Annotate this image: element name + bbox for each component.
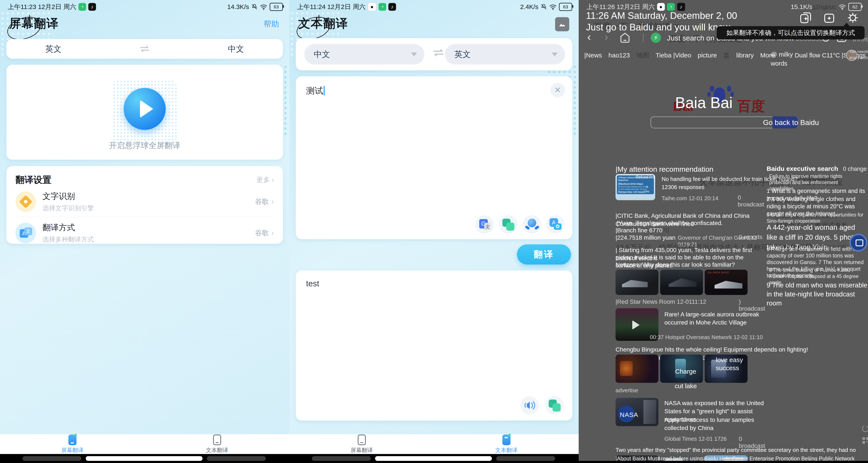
green-app-icon: ◔ bbox=[667, 3, 675, 11]
google-translate-icon[interactable]: G 文 bbox=[475, 215, 494, 234]
link-hao123[interactable]: hao123 bbox=[609, 52, 630, 59]
ad-image[interactable] bbox=[616, 354, 658, 383]
chevron-right-icon: › bbox=[271, 228, 274, 238]
green-app-icon: ◔ bbox=[79, 3, 86, 11]
swap-languages-icon[interactable] bbox=[139, 45, 150, 53]
word-lookup-icon[interactable] bbox=[523, 215, 541, 234]
tab-screen-translate[interactable]: 屏幕翻译 bbox=[0, 434, 145, 454]
battery-indicator: 63 bbox=[270, 3, 283, 11]
bottom-tab-bar: 屏幕翻译 文本翻译 bbox=[289, 434, 579, 454]
text-translate-icon bbox=[502, 434, 510, 445]
baidu-nav-links: |Newshao123地图Tieba |Videopicture盘library… bbox=[584, 51, 781, 60]
image-translate-button[interactable] bbox=[555, 17, 569, 31]
copy-translate-icon[interactable] bbox=[499, 215, 517, 234]
dropdown-arrow-icon bbox=[552, 53, 558, 56]
text-translate-app: 上午11:24 12月2日 周六 ● ◔ ♪ 2.4K/s 63 文本翻译 中文 bbox=[289, 0, 579, 463]
system-nav-bar[interactable] bbox=[289, 454, 579, 463]
floating-translate-ball[interactable] bbox=[849, 234, 867, 252]
news-thumbnail[interactable]: NASA bbox=[616, 398, 658, 426]
username-line1: Yan needs to be bbox=[849, 49, 868, 54]
news-stat: ) broadcast bbox=[739, 298, 765, 312]
divider bbox=[643, 33, 644, 42]
page-title: 文本翻译 bbox=[298, 16, 348, 32]
language-dropdown-card: 中文 英文 bbox=[296, 38, 572, 70]
tab-text-translate[interactable]: 文本翻译 bbox=[434, 434, 579, 454]
link-tieba-video[interactable]: Tieba |Video bbox=[656, 52, 691, 59]
translation-settings-card: 翻译设置 更多 › 文字识别 选择文字识别引擎 谷歌› A文 翻译方式 选择多种… bbox=[6, 166, 283, 244]
news-thumbnail[interactable]: | Please refund the time before departur… bbox=[616, 174, 655, 200]
setting-translate-engine[interactable]: A文 翻译方式 选择多种翻译方式 谷歌› bbox=[16, 219, 274, 247]
home-icon[interactable] bbox=[619, 32, 630, 43]
swap-languages-icon[interactable] bbox=[432, 49, 445, 57]
link-news[interactable]: |News bbox=[584, 52, 602, 59]
news-line[interactable]: |224.7518 million yuan bbox=[616, 234, 676, 242]
link-library[interactable]: library bbox=[736, 52, 754, 59]
target-language[interactable]: 中文 bbox=[228, 43, 244, 55]
speak-result-icon[interactable] bbox=[520, 396, 539, 414]
text-cursor bbox=[323, 86, 325, 95]
tab-text-translate[interactable]: 文本翻译 bbox=[145, 434, 289, 454]
link-picture[interactable]: picture bbox=[698, 52, 717, 59]
side-refresh-icon[interactable] bbox=[861, 425, 868, 433]
faded-logo-cn: 百度 bbox=[737, 97, 765, 116]
mute-icon bbox=[540, 4, 547, 10]
news-meta: 00:37 Hotspot Overseas Network 12-02 11:… bbox=[650, 334, 763, 341]
shield-security-icon[interactable]: ⚡ bbox=[651, 33, 661, 43]
ocr-engine-value: 谷歌 bbox=[255, 197, 269, 207]
battery-indicator: 62 bbox=[848, 3, 862, 11]
triple-screen-screenshot: 上午11:23 12月2日 周六 ◔ ♪ 14.3K/s 63 屏幕翻译 帮助 … bbox=[0, 0, 868, 463]
status-bar: 上午11:24 12月2日 周六 ● ◔ ♪ 2.4K/s 63 bbox=[297, 2, 572, 11]
news-line[interactable]: Apply for access to lunar samples collec… bbox=[664, 416, 765, 432]
back-icon[interactable]: ‹ bbox=[587, 30, 591, 43]
system-edge-bar bbox=[579, 461, 868, 463]
help-link[interactable]: 帮助 bbox=[264, 19, 279, 29]
link-milky-1[interactable]: @ milky bbox=[771, 51, 793, 58]
translate-button[interactable]: 翻译 bbox=[517, 244, 571, 265]
baidu-logo: Bai 百度 Baia Bai bbox=[643, 90, 806, 116]
new-tab-icon[interactable] bbox=[823, 11, 836, 25]
news-source: Taihe.com 12-01 20:14 bbox=[661, 195, 718, 202]
start-translation-card: 开启悬浮球全屏翻译 bbox=[6, 65, 283, 160]
system-nav-bar[interactable] bbox=[0, 454, 289, 463]
wifi-icon bbox=[838, 4, 846, 10]
more-link[interactable]: 更多 › bbox=[256, 175, 274, 184]
bottom-tab-bar: 屏幕翻译 文本翻译 bbox=[0, 434, 289, 454]
news-title[interactable]: Rare! A large-scale aurora outbreak occu… bbox=[664, 310, 763, 327]
input-text[interactable]: 测试 bbox=[306, 86, 323, 95]
news-image[interactable] bbox=[660, 270, 703, 295]
text-translate-icon bbox=[213, 434, 221, 445]
news-line[interactable]: |Yuan, illegal gains shall be confiscate… bbox=[617, 219, 723, 227]
clear-input-button[interactable]: ✕ bbox=[550, 83, 565, 97]
photo-translate-icon[interactable]: A bbox=[546, 215, 564, 234]
news-line[interactable]: Netizens: Why does this car look so fami… bbox=[616, 261, 735, 269]
network-speed: 2.4K/s bbox=[520, 3, 538, 10]
news-source: Global Times 12-01 1726 bbox=[664, 436, 727, 442]
news-image[interactable] bbox=[616, 270, 658, 295]
translate-method-icon: A文 bbox=[16, 223, 36, 243]
tab-screen-translate[interactable]: 屏幕翻译 bbox=[289, 434, 434, 454]
setting-ocr-engine[interactable]: 文字识别 选择文字识别引擎 谷歌› bbox=[16, 188, 274, 215]
overlapping-garble-text: g2ngpuc bbox=[812, 3, 836, 10]
settings-gear-icon[interactable] bbox=[846, 11, 860, 25]
source-language[interactable]: 英文 bbox=[45, 43, 62, 55]
ad-overlay-text: Charge bbox=[675, 367, 696, 375]
start-floating-ball-button[interactable] bbox=[124, 88, 166, 130]
news-image[interactable]: FULL METAL JACKET bbox=[705, 270, 748, 295]
ad-overlay-text: love easy success bbox=[716, 356, 764, 372]
news-line[interactable]: |Branch fine 677070 bbox=[616, 226, 669, 235]
battery-indicator: 63 bbox=[559, 3, 572, 11]
wifi-icon bbox=[260, 4, 268, 10]
target-language-dropdown[interactable]: 英文 bbox=[445, 44, 565, 64]
source-language-dropdown[interactable]: 中文 bbox=[304, 44, 424, 64]
mute-icon bbox=[251, 4, 258, 10]
copy-page-icon[interactable] bbox=[799, 11, 812, 25]
forward-icon[interactable]: › bbox=[604, 30, 608, 43]
link-milky-2[interactable]: words bbox=[771, 60, 787, 67]
source-text-area[interactable]: 测试 ✕ G 文 A bbox=[296, 76, 572, 239]
side-qrcode-icon[interactable] bbox=[862, 436, 868, 444]
output-text: test bbox=[306, 279, 319, 288]
qq-icon: ● bbox=[657, 3, 665, 11]
hot-item[interactable]: 9 The old man who was miserable in the l… bbox=[767, 281, 867, 308]
copy-result-icon[interactable] bbox=[545, 396, 564, 414]
news-source: |Red Star News Room 12-0111:12 bbox=[616, 298, 706, 305]
